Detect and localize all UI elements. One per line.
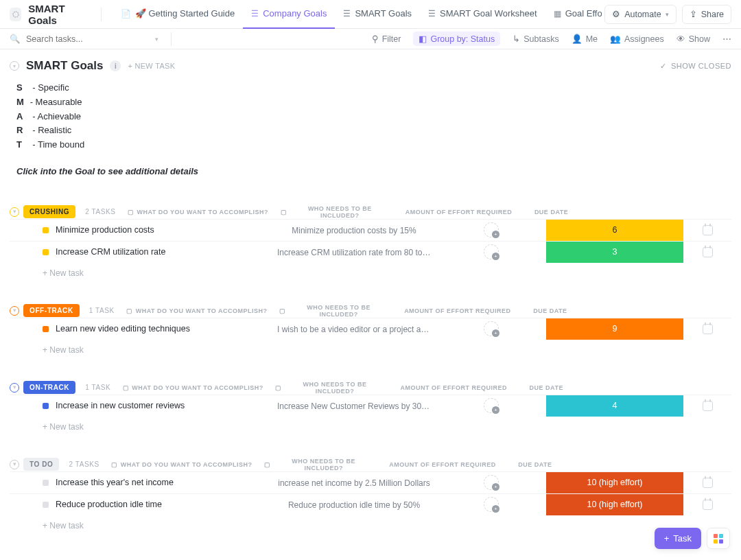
task-name: Reduce production idle time	[56, 500, 162, 509]
add-assignee-icon[interactable]	[484, 497, 499, 512]
task-name: Increase in new customer reviews	[56, 401, 185, 410]
col-due-header[interactable]: DUE DATE	[511, 458, 559, 471]
info-icon[interactable]: i	[110, 60, 121, 71]
col-who-header[interactable]: ▢WHO NEEDS TO BE INCLUDED?	[281, 205, 390, 219]
task-row[interactable]: Increase CRM utilization rate Increase C…	[10, 241, 731, 263]
status-pill[interactable]: ON-TRACK	[23, 381, 75, 394]
col-accomplish-header[interactable]: ▢WHAT DO YOU WANT TO ACCOMPLISH?	[110, 381, 275, 395]
new-task-fab[interactable]: +Task	[655, 528, 701, 549]
collapse-icon[interactable]: ▾	[10, 61, 19, 71]
col-accomplish-header[interactable]: ▢WHAT DO YOU WANT TO ACCOMPLISH?	[99, 458, 264, 471]
filter-button[interactable]: ⚲Filter	[372, 34, 401, 44]
share-button[interactable]: ⇪ Share	[682, 5, 731, 24]
assignees-button[interactable]: 👥Assignees	[610, 34, 664, 44]
status-square[interactable]	[43, 249, 49, 255]
accomplish-cell[interactable]: Increase CRM utilization rate from 80 to…	[272, 242, 436, 263]
col-effort-header[interactable]: AMOUNT OF EFFORT REQUIRED	[374, 458, 511, 471]
status-square[interactable]	[43, 403, 49, 409]
group-icon: ◧	[419, 34, 427, 44]
effort-cell[interactable]: 4	[546, 395, 683, 417]
tab-getting-started[interactable]: 📄🚀 Getting Started Guide	[113, 0, 243, 29]
who-cell[interactable]	[436, 220, 546, 241]
group-by-button[interactable]: ◧Group by: Status	[413, 32, 500, 46]
list-view-icon: ☰	[343, 9, 351, 19]
accomplish-cell[interactable]: Increase New Customer Reviews by 30% Yea…	[272, 395, 436, 417]
chevron-down-icon[interactable]: ▾	[155, 36, 158, 43]
status-square[interactable]	[43, 326, 49, 332]
automate-button[interactable]: ⚙ Automate ▾	[604, 5, 677, 24]
list-title[interactable]: SMART Goals	[26, 59, 103, 73]
accomplish-cell[interactable]: Minimize production costs by 15%	[272, 220, 436, 241]
col-due-header[interactable]: DUE DATE	[522, 381, 570, 395]
breadcrumb-title[interactable]: SMART Goals	[28, 3, 87, 26]
accomplish-cell[interactable]: I wish to be a video editor or a project…	[272, 318, 436, 340]
show-button[interactable]: 👁Show	[677, 34, 710, 44]
tab-company-goals[interactable]: ☰Company Goals	[243, 0, 335, 29]
col-due-header[interactable]: DUE DATE	[528, 205, 576, 219]
col-due-header[interactable]: DUE DATE	[526, 304, 574, 318]
me-button[interactable]: 👤Me	[572, 34, 598, 44]
status-pill[interactable]: CRUSHING	[23, 205, 75, 218]
show-closed-button[interactable]: ✓ SHOW CLOSED	[660, 62, 731, 71]
status-pill[interactable]: TO DO	[23, 458, 59, 471]
group-toggle[interactable]	[10, 460, 19, 469]
col-accomplish-header[interactable]: ▢WHAT DO YOU WANT TO ACCOMPLISH?	[115, 304, 279, 318]
task-name: Increase this year's net income	[56, 478, 174, 487]
who-cell[interactable]	[436, 494, 546, 515]
col-effort-header[interactable]: AMOUNT OF EFFORT REQUIRED	[390, 205, 528, 219]
col-who-header[interactable]: ▢WHO NEEDS TO BE INCLUDED?	[264, 458, 374, 471]
task-row[interactable]: Increase in new customer reviews Increas…	[10, 395, 731, 417]
status-group-todo: TO DO 2 TASKS ▢WHAT DO YOU WANT TO ACCOM…	[10, 458, 731, 530]
effort-cell[interactable]: 9	[546, 318, 683, 340]
new-task-button[interactable]: + New task	[10, 515, 731, 530]
due-cell[interactable]	[683, 494, 731, 515]
col-effort-header[interactable]: AMOUNT OF EFFORT REQUIRED	[389, 304, 526, 318]
add-assignee-icon[interactable]	[484, 321, 499, 336]
status-square[interactable]	[43, 227, 49, 233]
task-row[interactable]: Increase this year's net income increase…	[10, 471, 731, 493]
due-cell[interactable]	[683, 472, 731, 493]
group-toggle[interactable]	[10, 207, 19, 217]
new-task-header-button[interactable]: + NEW TASK	[128, 62, 175, 70]
col-who-header[interactable]: ▢WHO NEEDS TO BE INCLUDED?	[279, 304, 389, 318]
who-cell[interactable]	[436, 472, 546, 493]
due-cell[interactable]	[683, 318, 731, 340]
add-assignee-icon[interactable]	[484, 222, 499, 237]
status-pill[interactable]: OFF-TRACK	[23, 304, 80, 317]
tab-smart-goals[interactable]: ☰SMART Goals	[335, 0, 420, 29]
who-cell[interactable]	[436, 318, 546, 340]
add-assignee-icon[interactable]	[484, 398, 499, 413]
subtasks-button[interactable]: ↳Subtasks	[513, 34, 558, 44]
col-effort-header[interactable]: AMOUNT OF EFFORT REQUIRED	[385, 381, 522, 395]
col-accomplish-header[interactable]: ▢WHAT DO YOU WANT TO ACCOMPLISH?	[116, 205, 281, 219]
new-task-button[interactable]: + New task	[10, 417, 731, 432]
tab-goal-effort[interactable]: ▦Goal Effort	[545, 0, 602, 29]
due-cell[interactable]	[683, 395, 731, 417]
who-cell[interactable]	[436, 242, 546, 263]
add-assignee-icon[interactable]	[484, 244, 499, 259]
new-task-button[interactable]: + New task	[10, 263, 731, 278]
col-who-header[interactable]: ▢WHO NEEDS TO BE INCLUDED?	[275, 381, 385, 395]
accomplish-cell[interactable]: Reduce production idle time by 50%	[272, 494, 436, 515]
accomplish-cell[interactable]: increase net income by 2.5 Million Dolla…	[272, 472, 436, 493]
new-task-button[interactable]: + New task	[10, 340, 731, 355]
add-assignee-icon[interactable]	[484, 475, 499, 490]
due-cell[interactable]	[683, 220, 731, 241]
task-row[interactable]: Minimize production costs Minimize produ…	[10, 219, 731, 241]
task-row[interactable]: Learn new video editing techniques I wis…	[10, 318, 731, 340]
apps-fab[interactable]	[707, 528, 730, 549]
tab-smart-goal-worksheet[interactable]: ☰SMART Goal Worksheet	[420, 0, 545, 29]
group-toggle[interactable]	[10, 306, 19, 316]
group-toggle[interactable]	[10, 383, 19, 393]
effort-cell[interactable]: 10 (high effort)	[546, 494, 683, 515]
effort-cell[interactable]: 3	[546, 242, 683, 263]
effort-cell[interactable]: 6	[546, 220, 683, 241]
more-menu-button[interactable]: ⋯	[722, 34, 731, 44]
who-cell[interactable]	[436, 395, 546, 417]
status-square[interactable]	[43, 480, 49, 486]
search-input[interactable]	[26, 34, 108, 44]
effort-cell[interactable]: 10 (high effort)	[546, 472, 683, 493]
due-cell[interactable]	[683, 242, 731, 263]
status-square[interactable]	[43, 502, 49, 508]
task-row[interactable]: Reduce production idle time Reduce produ…	[10, 493, 731, 515]
